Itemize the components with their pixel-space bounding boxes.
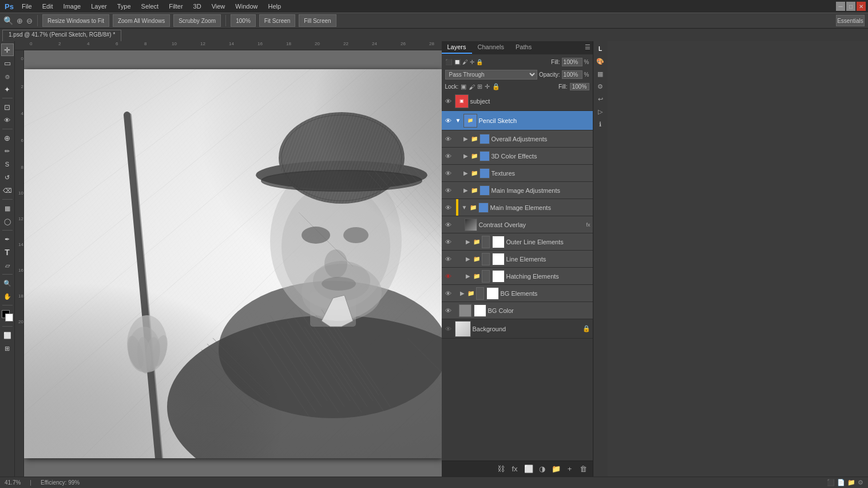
shape-tool[interactable]: ▱ [1,259,14,272]
layer-visibility-eye[interactable]: 👁 [444,237,453,247]
pen-tool[interactable]: ✒ [1,233,14,245]
menu-layer[interactable]: Layer [86,2,112,11]
layer-visibility-eye[interactable]: 👁 [444,134,453,144]
group-collapse-arrow[interactable]: ▶ [462,187,469,194]
properties-panel-icon[interactable]: ℹ [594,118,607,130]
zoom-all-windows-btn[interactable]: Zoom All Windows [113,14,170,27]
layer-group-item[interactable]: 👁 ▼ 📁 Main Image Elements [442,199,593,216]
link-layers-btn[interactable]: ⛓ [496,463,507,475]
background-color[interactable] [5,314,13,322]
zoom-tool[interactable]: 🔍 [1,277,14,289]
quick-mask-btn[interactable]: ⬜ [1,329,14,342]
layer-visibility-eye[interactable]: 👁 [444,289,453,298]
lock-transparent-btn[interactable]: ▣ [461,83,466,90]
layer-group-item[interactable]: 👁 ▶ 📁 Outer Line Elements [442,233,593,251]
new-layer-btn[interactable]: + [564,463,576,475]
layer-group-item[interactable]: 👁 ▶ 📁 Textures [442,165,593,182]
document-tab[interactable]: 1.psd @ 41.7% (Pencil Sketch, RGB/8#) * [2,30,121,41]
group-collapse-arrow[interactable]: ▶ [459,290,466,297]
gradient-tool[interactable]: ▦ [1,202,14,215]
close-button[interactable]: ✕ [857,2,866,11]
add-mask-btn[interactable]: ⬜ [523,463,534,475]
layer-visibility-eye[interactable]: 👁 [444,169,453,178]
layer-visibility-eye[interactable]: 👁 [444,152,453,161]
clone-stamp-tool[interactable]: S [1,158,14,170]
layer-visibility-eye[interactable]: 👁 [444,203,453,212]
100-percent-btn[interactable]: 100% [231,14,256,27]
add-style-btn[interactable]: fx [509,463,521,475]
group-collapse-arrow[interactable]: ▶ [462,153,469,160]
layer-item[interactable]: 👁 BG Color [442,302,593,319]
text-tool[interactable]: T [1,246,14,259]
lock-transparent-icon[interactable]: 🔲 [454,59,461,65]
delete-layer-btn[interactable]: 🗑 [578,463,589,475]
layer-visibility-eye[interactable]: 👁 [444,306,453,315]
canvas-content[interactable] [24,50,442,477]
menu-image[interactable]: Image [59,2,86,11]
menu-help[interactable]: Help [263,2,286,11]
layer-item[interactable]: 👁 Contrast Overlay fx [442,216,593,233]
tab-layers[interactable]: Layers [442,41,472,54]
layer-group-item[interactable]: 👁 ▼ 📁 Pencil Sketch [442,111,593,130]
layer-group-item[interactable]: 👁 ▶ 📁 Line Elements [442,251,593,268]
layer-item[interactable]: 👁 ▣ subject [442,92,593,111]
layer-group-item[interactable]: 👁 ▶ 📁 Hatching Elements [442,268,593,285]
history-panel-icon[interactable]: ↩ [594,93,607,105]
minimize-button[interactable]: ─ [836,2,845,11]
swatches-panel-icon[interactable]: ▦ [594,68,607,80]
adjust-panel-icon[interactable]: ⚙ [594,80,607,93]
menu-file[interactable]: File [17,2,37,11]
group-collapse-arrow[interactable]: ▼ [461,204,468,211]
menu-select[interactable]: Select [137,2,164,11]
layer-group-item[interactable]: 👁 ▶ 📁 3D Color Effects [442,148,593,165]
fill-value[interactable] [562,58,582,66]
layer-visibility-eye[interactable]: 👁 [444,255,453,264]
layer-visibility-eye[interactable]: 👁 [444,97,453,106]
layer-group-item[interactable]: 👁 ▶ 📁 Overall Adjustments [442,130,593,148]
move-tool[interactable]: ✛ [1,43,14,56]
layer-group-item[interactable]: 👁 ▶ 📁 BG Elements [442,285,593,302]
lock-move-btn[interactable]: ✛ [485,83,490,90]
eyedropper-tool[interactable]: 👁 [1,114,14,126]
group-collapse-arrow[interactable]: ▶ [465,273,471,280]
crop-tool[interactable]: ⊡ [1,101,14,113]
menu-type[interactable]: Type [113,2,136,11]
menu-filter[interactable]: Filter [164,2,187,11]
menu-edit[interactable]: Edit [38,2,58,11]
group-collapse-arrow[interactable]: ▶ [465,256,471,263]
group-collapse-arrow[interactable]: ▶ [462,170,469,177]
menu-view[interactable]: View [207,2,230,11]
group-collapse-arrow[interactable]: ▼ [455,117,462,124]
tab-paths[interactable]: Paths [510,41,537,54]
new-adjustment-btn[interactable]: ◑ [537,463,548,475]
resize-windows-btn[interactable]: Resize Windows to Fit [42,14,109,27]
layer-item[interactable]: 👁 Background 🔒 [442,319,593,339]
lock-position-icon[interactable]: ✛ [470,59,474,65]
workspace-selector[interactable] [836,15,865,26]
layer-group-item[interactable]: 👁 ▶ 📁 Main Image Adjustments [442,182,593,199]
dodge-tool[interactable]: ◯ [1,215,14,228]
maximize-button[interactable]: □ [846,2,855,11]
brush-tool[interactable]: ✏ [1,145,14,157]
layers-list[interactable]: 👁 ▣ subject 👁 ▼ 📁 Pencil Sketch [442,92,593,461]
quick-select-tool[interactable]: ✦ [1,83,14,96]
history-brush-tool[interactable]: ↺ [1,171,14,184]
layer-visibility-eye[interactable]: 👁 [444,324,453,334]
layer-visibility-eye[interactable]: 👁 [444,220,453,229]
fill-screen-btn[interactable]: Fill Screen [299,14,336,27]
layer-visibility-eye[interactable]: 👁 [444,116,453,125]
spot-heal-tool[interactable]: ⊕ [1,132,14,144]
screen-mode-btn[interactable]: ⊞ [1,342,14,355]
fill-input[interactable] [570,83,589,90]
group-collapse-arrow[interactable]: ▶ [465,239,471,245]
lock-artboard-btn[interactable]: ⊞ [477,83,482,90]
fit-screen-btn[interactable]: Fit Screen [259,14,296,27]
blend-mode-select[interactable]: Pass Through [445,70,537,80]
menu-window[interactable]: Window [231,2,262,11]
group-collapse-arrow[interactable]: ▶ [462,136,469,142]
menu-3d[interactable]: 3D [189,2,206,11]
lock-image-icon[interactable]: 🖌 [462,59,468,65]
lock-paint-btn[interactable]: 🖌 [469,84,475,90]
zoom-in-icon[interactable]: ⊕ [17,17,23,25]
marquee-tool[interactable]: ▭ [1,57,14,69]
